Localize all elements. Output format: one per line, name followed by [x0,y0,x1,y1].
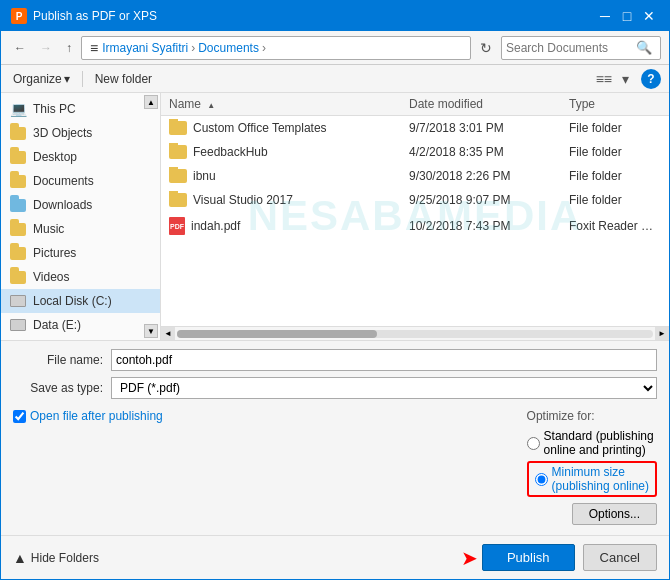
toolbar-separator [82,71,83,87]
breadcrumb-root[interactable]: Irmayani Syafitri [102,41,188,55]
standard-radio-label[interactable]: Standard (publishing online and printing… [527,429,657,457]
options-row: Open file after publishing Optimize for:… [13,405,657,501]
search-input[interactable] [506,41,636,55]
file-type-0: File folder [561,119,669,137]
downloads-icon [9,196,27,214]
videos-icon [9,268,27,286]
title-bar-left: P Publish as PDF or XPS [11,8,157,24]
app-icon: P [11,8,27,24]
new-folder-button[interactable]: New folder [91,70,156,88]
file-date-1: 4/2/2018 8:35 PM [401,143,561,161]
table-row[interactable]: ibnu 9/30/2018 2:26 PM File folder [161,164,669,188]
sidebar-item-pictures[interactable]: Pictures [1,241,160,265]
scroll-thumb[interactable] [177,330,377,338]
savetype-label: Save as type: [13,381,103,395]
open-after-label[interactable]: Open file after publishing [13,409,163,423]
close-button[interactable]: ✕ [639,6,659,26]
table-row[interactable]: Visual Studio 2017 9/25/2018 9:07 PM Fil… [161,188,669,212]
sidebar-item-downloads[interactable]: Downloads [1,193,160,217]
localc-icon [9,292,27,310]
table-row[interactable]: Custom Office Templates 9/7/2018 3:01 PM… [161,116,669,140]
up-button[interactable]: ↑ [61,38,77,58]
file-type-1: File folder [561,143,669,161]
help-button[interactable]: ? [641,69,661,89]
file-date-2: 9/30/2018 2:26 PM [401,167,561,185]
search-box: 🔍 [501,36,661,60]
hide-folders-icon: ▲ [13,550,27,566]
minimize-button[interactable]: ─ [595,6,615,26]
file-type-4: Foxit Reader PDF ... [561,217,669,235]
view-details-button[interactable]: ≡≡ [592,69,616,89]
title-bar: P Publish as PDF or XPS ─ □ ✕ [1,1,669,31]
action-buttons: ➤ Publish Cancel [461,544,657,571]
sidebar-item-videos[interactable]: Videos [1,265,160,289]
bottom-form: File name: Save as type: PDF (*.pdf) Ope… [1,340,669,535]
view-dropdown-button[interactable]: ▾ [618,69,633,89]
hide-folders-button[interactable]: ▲ Hide Folders [13,550,99,566]
publish-dialog: P Publish as PDF or XPS ─ □ ✕ ← → ↑ ≡ Ir… [0,0,670,580]
options-btn-row: Options... [13,501,657,527]
file-date-4: 10/2/2018 7:43 PM [401,217,561,235]
filename-row: File name: [13,349,657,371]
table-row[interactable]: PDF indah.pdf 10/2/2018 7:43 PM Foxit Re… [161,212,669,240]
col-name-header[interactable]: Name ▲ [161,95,401,113]
action-bar: ▲ Hide Folders ➤ Publish Cancel [1,535,669,579]
col-type-header[interactable]: Type [561,95,669,113]
file-list: NESABAMEDIA Custom Office Templates 9/7/… [161,116,669,326]
pictures-icon [9,244,27,262]
sidebar-scroll-up[interactable]: ▲ [144,95,158,109]
forward-button[interactable]: → [35,38,57,58]
breadcrumb-current[interactable]: Documents [198,41,259,55]
publish-button[interactable]: Publish [482,544,575,571]
toolbar: Organize ▾ New folder ≡≡ ▾ ? [1,65,669,93]
sidebar-item-documents[interactable]: Documents [1,169,160,193]
documents-icon [9,172,27,190]
scroll-right-button[interactable]: ► [655,327,669,341]
music-icon [9,220,27,238]
breadcrumb: ≡ Irmayani Syafitri › Documents › [81,36,471,60]
sidebar-item-datae[interactable]: Data (E:) [1,313,160,337]
sidebar-item-desktop[interactable]: Desktop [1,145,160,169]
sidebar-item-localc[interactable]: Local Disk (C:) [1,289,160,313]
pdf-icon-4: PDF [169,217,185,235]
back-button[interactable]: ← [9,38,31,58]
file-name-1: FeedbackHub [161,143,401,161]
col-date-header[interactable]: Date modified [401,95,561,113]
savetype-row: Save as type: PDF (*.pdf) [13,377,657,399]
minimum-radio-label[interactable]: Minimum size (publishing online) [527,461,657,497]
standard-radio[interactable] [527,437,540,450]
file-list-header: Name ▲ Date modified Type [161,93,669,116]
search-icon[interactable]: 🔍 [636,40,652,55]
open-after-checkbox[interactable] [13,410,26,423]
refresh-button[interactable]: ↻ [475,37,497,59]
optimize-section: Optimize for: Standard (publishing onlin… [527,409,657,497]
file-date-3: 9/25/2018 9:07 PM [401,191,561,209]
h-scrollbar: ◄ ► [161,326,669,340]
title-bar-controls: ─ □ ✕ [595,6,659,26]
sidebar-item-3dobjects[interactable]: 3D Objects [1,121,160,145]
thispc-icon: 💻 [9,100,27,118]
savetype-select[interactable]: PDF (*.pdf) [111,377,657,399]
cancel-button[interactable]: Cancel [583,544,657,571]
view-icons: ≡≡ ▾ [592,69,633,89]
datae-icon [9,316,27,334]
desktop-icon [9,148,27,166]
filename-label: File name: [13,353,103,367]
file-name-4: PDF indah.pdf [161,215,401,237]
folder-icon-3 [169,193,187,207]
organize-button[interactable]: Organize ▾ [9,70,74,88]
sidebar-item-thispc[interactable]: 💻 This PC [1,97,160,121]
table-row[interactable]: FeedbackHub 4/2/2018 8:35 PM File folder [161,140,669,164]
options-button[interactable]: Options... [572,503,657,525]
minimum-radio[interactable] [535,473,548,486]
scroll-left-button[interactable]: ◄ [161,327,175,341]
file-name-2: ibnu [161,167,401,185]
sidebar-scroll-down[interactable]: ▼ [144,324,158,338]
maximize-button[interactable]: □ [617,6,637,26]
file-date-0: 9/7/2018 3:01 PM [401,119,561,137]
optimize-label: Optimize for: [527,409,657,423]
breadcrumb-icon: ≡ [90,40,98,56]
filename-input[interactable] [111,349,657,371]
sidebar-item-music[interactable]: Music [1,217,160,241]
red-arrow-indicator: ➤ [461,546,478,570]
